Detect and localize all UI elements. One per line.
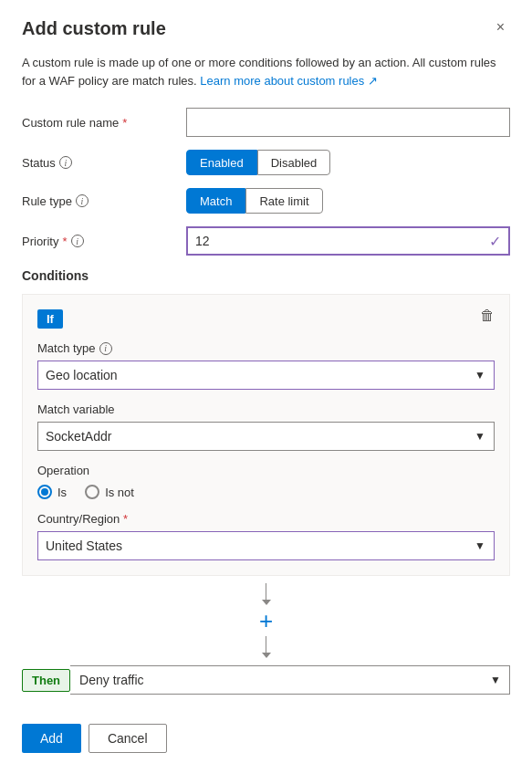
rule-type-ratelimit-button[interactable]: Rate limit [245, 188, 322, 214]
footer-buttons: Add Cancel [22, 724, 510, 753]
operation-isnot-option[interactable]: Is not [85, 485, 134, 499]
status-control: Enabled Disabled [186, 150, 510, 175]
connector-line-bottom [266, 636, 266, 653]
status-disabled-button[interactable]: Disabled [257, 150, 331, 175]
status-info-icon[interactable]: i [59, 156, 72, 169]
rule-type-row: Rule type i Match Rate limit [22, 188, 510, 214]
if-badge: If [37, 309, 63, 329]
status-label: Status i [22, 156, 186, 170]
connector-bottom [22, 636, 510, 658]
dialog-container: Add custom rule × A custom rule is made … [0, 0, 532, 784]
priority-input[interactable] [186, 226, 510, 256]
info-text-block: A custom rule is made up of one or more … [22, 54, 510, 89]
custom-rule-name-input[interactable] [186, 108, 510, 137]
match-type-wrapper: Geo location IP address Request method R… [37, 361, 495, 390]
rule-type-info-icon[interactable]: i [76, 194, 89, 207]
priority-row: Priority * i ✓ [22, 226, 510, 256]
operation-isnot-label: Is not [105, 486, 134, 499]
match-variable-select[interactable]: SocketAddr RemoteAddr [37, 422, 495, 451]
rule-type-toggle-group: Match Rate limit [186, 188, 510, 214]
operation-is-option[interactable]: Is [37, 485, 67, 499]
operation-is-label: Is [57, 486, 67, 499]
if-header: If 🗑 [37, 309, 495, 341]
conditions-section-title: Conditions [22, 268, 510, 283]
rule-type-control: Match Rate limit [186, 188, 510, 214]
priority-info-icon[interactable]: i [71, 235, 84, 247]
then-select-wrapper: Deny traffic Allow traffic Log ▼ [70, 665, 510, 695]
match-variable-wrapper: SocketAddr RemoteAddr ▼ [37, 422, 495, 451]
radio-dot [41, 488, 48, 496]
required-indicator: * [122, 116, 127, 130]
rule-type-match-button[interactable]: Match [186, 188, 245, 214]
operation-is-radio[interactable] [37, 485, 52, 499]
dialog-title: Add custom rule [22, 18, 166, 39]
custom-rule-name-control [186, 108, 510, 137]
match-variable-label: Match variable [37, 402, 495, 416]
connector-top [22, 583, 510, 605]
custom-rule-name-row: Custom rule name * [22, 108, 510, 137]
status-row: Status i Enabled Disabled [22, 150, 510, 175]
cancel-button[interactable]: Cancel [89, 724, 167, 753]
priority-input-wrapper: ✓ [186, 226, 510, 256]
then-action-select[interactable]: Deny traffic Allow traffic Log [70, 665, 510, 695]
priority-control: ✓ [186, 226, 510, 256]
close-button[interactable]: × [491, 18, 510, 37]
match-type-label: Match type i [37, 341, 495, 355]
external-link-icon: ↗ [368, 74, 378, 88]
country-region-select[interactable]: United States Canada United Kingdom Germ… [37, 531, 495, 560]
match-type-select[interactable]: Geo location IP address Request method R… [37, 361, 495, 390]
priority-required-indicator: * [62, 235, 67, 248]
connector-line-top [266, 583, 266, 600]
arrow-down-icon-2 [262, 653, 271, 658]
then-badge: Then [22, 669, 70, 692]
arrow-down-icon [262, 600, 271, 605]
priority-label: Priority * i [22, 235, 186, 248]
priority-check-icon: ✓ [489, 233, 501, 250]
add-button[interactable]: Add [22, 724, 81, 753]
status-enabled-button[interactable]: Enabled [186, 150, 257, 175]
custom-rule-name-label: Custom rule name * [22, 116, 186, 130]
add-condition-area: + [22, 609, 510, 632]
then-row: Then Deny traffic Allow traffic Log ▼ [22, 665, 510, 695]
trash-icon: 🗑 [480, 308, 495, 323]
delete-condition-button[interactable]: 🗑 [480, 308, 495, 324]
learn-more-link[interactable]: Learn more about custom rules ↗ [200, 74, 378, 88]
status-toggle-group: Enabled Disabled [186, 150, 510, 175]
add-condition-button[interactable]: + [259, 609, 273, 632]
operation-isnot-radio[interactable] [85, 485, 99, 499]
country-required-indicator: * [123, 512, 128, 526]
country-region-label: Country/Region * [37, 512, 495, 526]
match-type-info-icon[interactable]: i [99, 342, 112, 355]
country-region-wrapper: United States Canada United Kingdom Germ… [37, 531, 495, 560]
rule-type-label: Rule type i [22, 194, 186, 208]
dialog-header: Add custom rule × [22, 18, 510, 39]
conditions-box: If 🗑 Match type i Geo location IP addres… [22, 294, 510, 576]
operation-label: Operation [37, 464, 495, 477]
operation-radio-group: Is Is not [37, 485, 495, 499]
